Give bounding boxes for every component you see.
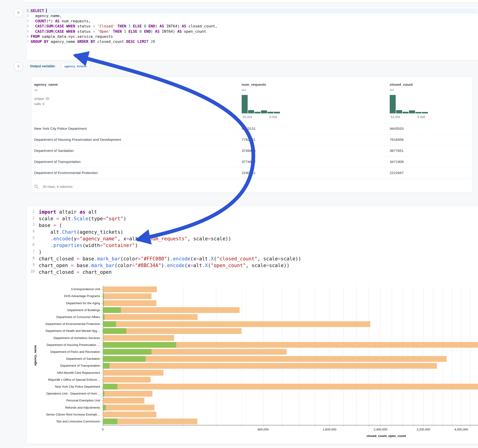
token: .Scale bbox=[71, 216, 88, 221]
x-axis-line bbox=[103, 425, 478, 425]
token: ( bbox=[56, 223, 62, 228]
y-tick bbox=[101, 408, 103, 408]
code-line[interactable]: CAST(SUM(CASE WHEN status = 'Open' THEN … bbox=[31, 29, 206, 34]
histogram-bar bbox=[267, 112, 273, 113]
token: as bbox=[80, 209, 85, 215]
gridline bbox=[282, 286, 282, 425]
add-cell-button-middle[interactable]: + bbox=[14, 62, 23, 71]
token: DESC bbox=[126, 39, 135, 44]
open-count-bar bbox=[103, 356, 145, 362]
token bbox=[115, 24, 117, 28]
line-number: 4 bbox=[22, 24, 29, 28]
token: alt bbox=[193, 263, 202, 268]
open-count-bar bbox=[103, 349, 151, 355]
search-icon[interactable] bbox=[34, 184, 39, 189]
token: .X bbox=[208, 256, 214, 261]
token bbox=[64, 29, 66, 34]
token bbox=[31, 19, 35, 23]
code-line[interactable]: scale = alt.Scale(type="sqrt") bbox=[39, 216, 126, 222]
token: scale)) bbox=[281, 256, 301, 261]
token bbox=[44, 8, 46, 13]
code-line[interactable]: agency_name, bbox=[31, 13, 62, 19]
table-row-count: 20 rows, 4 columns bbox=[43, 185, 72, 188]
token: ( bbox=[208, 263, 211, 268]
code-line[interactable]: base = ( bbox=[39, 222, 62, 229]
open-count-bar bbox=[103, 391, 104, 397]
y-tick-label: Refunds and Adjustments bbox=[38, 406, 100, 409]
y-tick bbox=[101, 296, 103, 296]
y-tick-label: Mayorâ€ s Office of Special Enforce… bbox=[38, 378, 100, 381]
y-tick bbox=[101, 331, 103, 331]
histogram-bar bbox=[242, 95, 248, 113]
token: (x bbox=[184, 263, 190, 268]
token: = bbox=[103, 216, 106, 221]
token: scale)) bbox=[211, 236, 231, 242]
line-number: 6 bbox=[22, 35, 29, 38]
token: .encode bbox=[50, 236, 71, 242]
open-count-bar bbox=[103, 384, 117, 389]
token: = bbox=[76, 236, 80, 242]
cell-closed-count: 3471908 bbox=[390, 160, 403, 164]
column-header[interactable]: num_requests bbox=[242, 82, 266, 87]
token: SELECT bbox=[31, 8, 44, 13]
token bbox=[135, 39, 138, 44]
add-cell-button-top[interactable]: + bbox=[14, 8, 23, 18]
code-line[interactable]: .encode(y="agency_name", x=alt.X("num_re… bbox=[39, 236, 231, 242]
gridline bbox=[380, 286, 381, 425]
code-line[interactable]: ) bbox=[39, 249, 42, 255]
code-line[interactable]: alt.Chart(agency_tickets) bbox=[39, 229, 123, 236]
token: agency_name, bbox=[31, 14, 62, 18]
cell-agency-name: Department of Sanitation bbox=[34, 149, 74, 153]
token: AS bbox=[160, 24, 164, 28]
y-tick-label: Department of Housing Preservation … bbox=[38, 343, 100, 347]
fold-caret-icon[interactable]: ⌄ bbox=[36, 223, 38, 226]
token: INT64) bbox=[164, 24, 182, 28]
code-line[interactable]: chart_closed = base.mark_bar(color="#FFC… bbox=[39, 255, 301, 262]
y-tick bbox=[101, 422, 103, 422]
code-line[interactable]: import altair as alt bbox=[39, 209, 97, 216]
y-tick bbox=[101, 303, 103, 304]
code-line[interactable]: SELECT bbox=[31, 8, 47, 13]
token: (type bbox=[88, 216, 103, 221]
code-line[interactable]: FROM sample_data.nyc.service_requests bbox=[31, 34, 113, 39]
token: ) bbox=[135, 243, 138, 248]
output-variable-pill[interactable]: agency_tickets bbox=[61, 63, 90, 70]
token bbox=[95, 29, 97, 34]
token bbox=[126, 24, 128, 28]
token: ( bbox=[53, 29, 55, 34]
code-line[interactable]: .properties(width="container") bbox=[39, 242, 138, 249]
open-count-bar bbox=[103, 321, 116, 327]
line-number: 8 bbox=[27, 256, 35, 260]
line-number: 2 bbox=[22, 14, 29, 17]
code-line[interactable]: chart_open = base.mark_bar(color="#8BC34… bbox=[39, 262, 289, 269]
closed-count-bar bbox=[103, 377, 151, 383]
histogram-bar bbox=[390, 95, 396, 113]
token: 1 bbox=[128, 24, 131, 28]
gridline bbox=[183, 286, 183, 425]
token: ORDER BY bbox=[77, 39, 95, 44]
code-line[interactable]: COUNT(*) AS num_requests, bbox=[31, 19, 91, 24]
column-histogram bbox=[390, 95, 428, 113]
gridline bbox=[343, 286, 344, 425]
column-header[interactable]: agency_name bbox=[34, 82, 58, 87]
token: SUM bbox=[46, 29, 53, 34]
active-line-highlight bbox=[26, 8, 478, 13]
token: 1 bbox=[124, 29, 126, 34]
code-line[interactable]: GROUP BY agency_name ORDER BY closed_cou… bbox=[31, 39, 155, 44]
cell-agency-name: New York City Police Department bbox=[34, 126, 87, 131]
token: = bbox=[190, 263, 194, 268]
code-line[interactable]: chart_closed + chart_open bbox=[39, 269, 112, 276]
y-tick-label: Department for the Aging bbox=[38, 301, 100, 305]
y-tick bbox=[101, 289, 103, 289]
token: 0 bbox=[144, 24, 146, 28]
token: import bbox=[39, 209, 56, 215]
token: (y bbox=[71, 236, 76, 242]
cell-num-requests: 3774892 bbox=[242, 160, 256, 164]
token: alt bbox=[85, 209, 97, 215]
token: (color bbox=[115, 263, 132, 268]
token: ( bbox=[44, 24, 46, 28]
code-line[interactable]: CAST(SUM(CASE WHEN status = 'Closed' THE… bbox=[31, 24, 217, 29]
y-axis-line bbox=[103, 286, 103, 425]
token bbox=[146, 24, 149, 28]
column-header[interactable]: closed_count bbox=[390, 82, 413, 87]
